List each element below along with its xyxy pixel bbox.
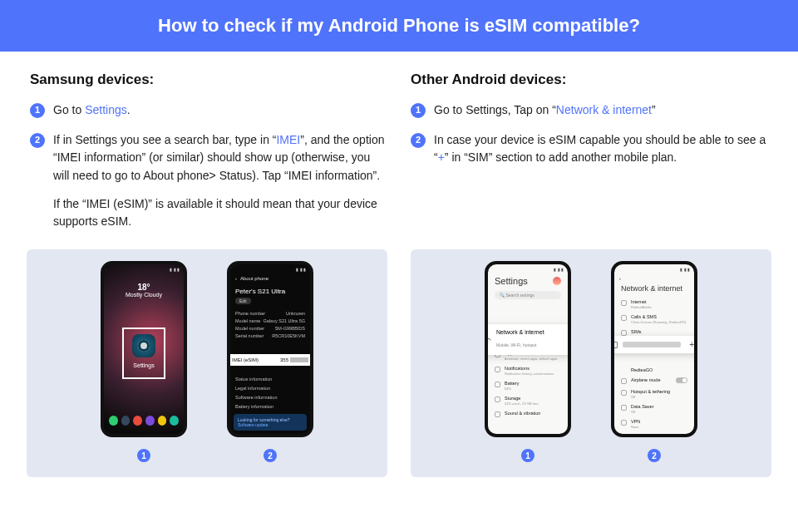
screenshot-2a-col: ▮ ▮ ▮ Settings 🔍 Search settings Connect… bbox=[485, 261, 571, 462]
other-step-2: 2 In case your device is eSIM capable yo… bbox=[411, 131, 768, 167]
airplane-toggle bbox=[676, 377, 687, 383]
about-phone-nav: ‹About phone bbox=[235, 276, 305, 281]
screenshot-1a-col: ▮ ▮ ▮ 18° Mostly Cloudy Settings 1 bbox=[101, 261, 187, 462]
imei-esim-label: IMEI (eSIM) bbox=[232, 357, 259, 362]
imei-masked bbox=[290, 357, 308, 362]
instructions-columns: Samsung devices: 1 Go to Settings. 2 If … bbox=[0, 52, 798, 243]
samsung-column: Samsung devices: 1 Go to Settings. 2 If … bbox=[30, 71, 387, 243]
samsung-step-2: 2 If in Settings you see a search bar, t… bbox=[30, 131, 387, 231]
sim-icon bbox=[611, 342, 618, 348]
device-name: Peter's S21 Ultra bbox=[235, 288, 305, 295]
sound-icon bbox=[495, 411, 500, 417]
imei-link[interactable]: IMEI bbox=[276, 133, 300, 146]
back-icon: ‹ bbox=[619, 276, 621, 281]
page-header: How to check if my Android Phone is eSIM… bbox=[0, 0, 798, 52]
gear-icon bbox=[132, 334, 155, 357]
wifi-icon bbox=[621, 300, 627, 306]
imei-esim-callout: IMEI (eSIM) 355 bbox=[227, 354, 313, 366]
step-text: In case your device is eSIM capable you … bbox=[434, 131, 768, 167]
datasaver-icon bbox=[621, 405, 627, 411]
phone-mock-samsung-home: ▮ ▮ ▮ 18° Mostly Cloudy Settings bbox=[101, 261, 187, 437]
step-text: Go to Settings. bbox=[53, 101, 131, 120]
wifi-icon bbox=[485, 336, 490, 344]
bell-icon bbox=[495, 367, 500, 372]
sim-plus-callout: + bbox=[611, 336, 697, 353]
settings-title: Settings bbox=[495, 276, 528, 286]
network-title: Network & internet bbox=[621, 284, 687, 293]
phone-dock bbox=[109, 416, 179, 431]
settings-link[interactable]: Settings bbox=[85, 103, 127, 116]
step-text: Go to Settings, Tap on “Network & intern… bbox=[434, 101, 656, 120]
phone-mock-settings: ▮ ▮ ▮ Settings 🔍 Search settings Connect… bbox=[485, 261, 571, 437]
airplane-icon bbox=[621, 378, 627, 384]
other-heading: Other Android devices: bbox=[411, 71, 768, 88]
caption-badge-2: 2 bbox=[264, 449, 277, 462]
screenshots-row: ▮ ▮ ▮ 18° Mostly Cloudy Settings 1 bbox=[0, 249, 798, 477]
plus-icon: + bbox=[686, 340, 697, 349]
phone-mock-about-phone: ▮ ▮ ▮ ‹About phone Peter's S21 Ultra Edi… bbox=[227, 261, 313, 437]
other-screenshots-panel: ▮ ▮ ▮ Settings 🔍 Search settings Connect… bbox=[411, 249, 771, 477]
battery-icon bbox=[495, 382, 500, 387]
settings-icon-label: Settings bbox=[104, 362, 184, 368]
samsung-heading: Samsung devices: bbox=[30, 71, 387, 88]
avatar-icon bbox=[553, 277, 561, 285]
weather-widget: 18° Mostly Cloudy bbox=[104, 283, 184, 298]
step-text: If in Settings you see a search bar, typ… bbox=[53, 131, 387, 231]
step-number-badge: 2 bbox=[411, 133, 426, 148]
hotspot-icon bbox=[621, 390, 627, 396]
sim-name-masked bbox=[623, 342, 681, 347]
other-column: Other Android devices: 1 Go to Settings,… bbox=[411, 71, 768, 243]
caption-badge-2: 2 bbox=[648, 449, 661, 462]
plus-link[interactable]: + bbox=[438, 150, 445, 164]
sim-icon bbox=[621, 330, 627, 336]
screenshot-2b-col: ▮ ▮ ▮ ‹ Network & internet InternetRedte… bbox=[611, 261, 697, 462]
phone-mock-network-internet: ▮ ▮ ▮ ‹ Network & internet InternetRedte… bbox=[611, 261, 697, 437]
step-number-badge: 2 bbox=[30, 133, 45, 148]
step-extra-text: If the “IMEI (eSIM)” is available it sho… bbox=[53, 195, 387, 231]
search-settings-bar: 🔍 Search settings bbox=[495, 291, 561, 299]
samsung-screenshots-panel: ▮ ▮ ▮ 18° Mostly Cloudy Settings 1 bbox=[27, 249, 387, 477]
step-number-badge: 1 bbox=[411, 103, 426, 118]
about-phone-footer: Looking for something else? Software upd… bbox=[234, 414, 307, 431]
caption-badge-1: 1 bbox=[137, 449, 150, 462]
phone-icon bbox=[621, 315, 627, 321]
storage-icon bbox=[495, 397, 500, 402]
samsung-step-1: 1 Go to Settings. bbox=[30, 101, 387, 120]
network-internet-link[interactable]: Network & internet bbox=[556, 103, 652, 116]
caption-badge-1: 1 bbox=[521, 449, 534, 462]
network-internet-callout: Network & internetMobile, Wi-Fi, hotspot bbox=[485, 324, 571, 355]
screenshot-1b-col: ▮ ▮ ▮ ‹About phone Peter's S21 Ultra Edi… bbox=[227, 261, 313, 462]
vpn-icon bbox=[621, 420, 627, 426]
page-title: How to check if my Android Phone is eSIM… bbox=[158, 15, 640, 36]
dns-icon bbox=[621, 435, 627, 437]
step-number-badge: 1 bbox=[30, 103, 45, 118]
edit-button: Edit bbox=[235, 298, 251, 304]
network-nav: ‹ bbox=[619, 276, 689, 281]
other-step-1: 1 Go to Settings, Tap on “Network & inte… bbox=[411, 101, 768, 120]
back-icon: ‹ bbox=[235, 276, 237, 281]
